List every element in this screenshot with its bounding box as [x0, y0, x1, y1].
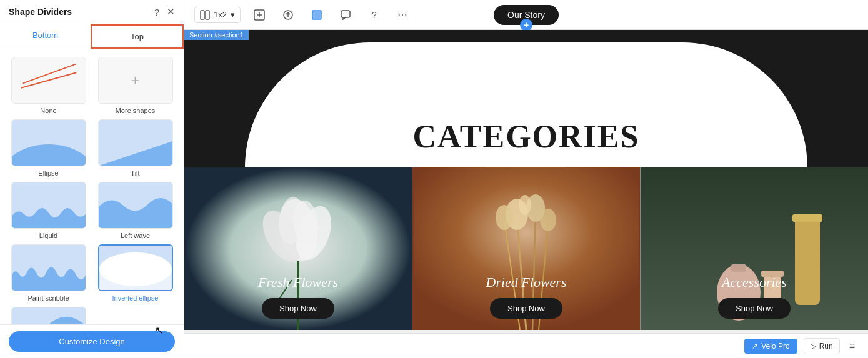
shape-invertedellipse-preview [98, 244, 173, 291]
layout-selector[interactable]: 1x2 ▾ [194, 7, 241, 23]
upload-button[interactable] [278, 5, 298, 25]
svg-point-37 [496, 205, 513, 230]
shape-ellipse-label: Ellipse [38, 169, 58, 177]
product-card-accessories: Accessories Shop Now [641, 167, 868, 330]
product-card-fresh-flowers: Fresh Flowers Shop Now [184, 167, 412, 330]
tilt-svg [99, 119, 172, 166]
panel-header-icons: ? ✕ [154, 6, 175, 17]
svg-rect-41 [795, 217, 820, 305]
shape-more-preview: + [98, 57, 173, 104]
run-button[interactable]: ▷ Run [804, 338, 840, 354]
canvas-area: 1x2 ▾ [184, 0, 868, 358]
accessories-title: Accessories [722, 274, 787, 291]
ellipse-svg [12, 119, 86, 166]
arch-area: CATEGORIES [184, 30, 868, 167]
products-row: Fresh Flowers Shop Now [184, 167, 868, 330]
add-section-button[interactable]: + [520, 19, 532, 31]
customize-design-button[interactable]: Customize Design [9, 331, 175, 352]
canvas-content: Section #section1 CATEGORIES [184, 30, 868, 333]
shape-paintscribble-preview [11, 244, 86, 291]
layout-chevron: ▾ [231, 10, 235, 19]
more-options-button[interactable]: ⋯ [393, 5, 413, 25]
svg-rect-14 [206, 11, 209, 19]
svg-rect-44 [731, 264, 746, 272]
crop-button[interactable] [307, 5, 327, 25]
shape-tilt[interactable]: Tilt [94, 119, 176, 177]
plus-icon: + [131, 72, 139, 89]
svg-rect-21 [341, 11, 350, 17]
panel-title: Shape Dividers [9, 7, 72, 17]
none-svg [12, 57, 86, 104]
settings-button[interactable]: ≡ [846, 337, 858, 355]
dried-flowers-title: Dried Flowers [486, 274, 567, 291]
close-button[interactable]: ✕ [167, 6, 175, 17]
canvas-toolbar: 1x2 ▾ [184, 0, 868, 30]
bottom-bar: ↗ Velo Pro ▷ Run ≡ [184, 333, 868, 358]
categories-heading: CATEGORIES [413, 118, 640, 155]
shape-liquid[interactable]: Liquid [7, 182, 89, 239]
shape-partial[interactable] [7, 307, 89, 324]
shape-paintscribble[interactable]: Paint scribble [7, 244, 89, 302]
accessories-shop-btn[interactable]: Shop Now [718, 298, 791, 319]
layout-icon [200, 10, 210, 20]
fresh-flowers-title: Fresh Flowers [258, 274, 338, 291]
velo-pro-button[interactable]: ↗ Velo Pro [744, 339, 797, 354]
shape-dividers-panel: Shape Dividers ? ✕ Bottom Top None [0, 0, 184, 358]
shape-none-label: None [40, 107, 56, 114]
more-icon: ⋯ [397, 9, 408, 21]
shape-tilt-label: Tilt [131, 169, 139, 177]
shape-partial-preview [11, 307, 86, 324]
shape-liquid-label: Liquid [39, 232, 57, 239]
tabs-row: Bottom Top [0, 24, 184, 49]
shape-leftwave-label: Left wave [121, 232, 150, 239]
shape-none-preview [11, 57, 86, 104]
toolbar-left: 1x2 ▾ [194, 5, 413, 25]
shape-ellipse-preview [11, 119, 86, 166]
crop-icon [311, 9, 322, 21]
add-icon [254, 9, 265, 21]
svg-point-39 [519, 195, 531, 215]
help-button[interactable]: ? [154, 7, 159, 17]
layout-label: 1x2 [214, 10, 227, 19]
shape-liquid-preview [11, 182, 86, 229]
chat-button[interactable] [336, 5, 356, 25]
our-story-button[interactable]: Our Story + [494, 5, 559, 25]
svg-point-38 [540, 209, 556, 231]
help-toolbar-button[interactable]: ? [364, 5, 384, 25]
shapes-grid: None + More shapes Ellipse [0, 49, 184, 324]
svg-rect-20 [312, 11, 321, 19]
section-label-text: Section #section1 [189, 31, 244, 39]
dried-flowers-shop-btn[interactable]: Shop Now [490, 298, 562, 319]
partial-svg [12, 307, 86, 324]
arch-shape: CATEGORIES [245, 42, 807, 167]
shape-paintscribble-label: Paint scribble [27, 294, 69, 302]
liquid-svg [12, 182, 86, 229]
tab-bottom[interactable]: Bottom [0, 24, 91, 49]
shape-invertedellipse[interactable]: Inverted ellipse [94, 244, 176, 302]
shape-ellipse[interactable]: Ellipse [7, 119, 89, 177]
panel-header: Shape Dividers ? ✕ [0, 0, 184, 24]
add-element-button[interactable] [249, 5, 269, 25]
fresh-flowers-shop-btn[interactable]: Shop Now [262, 298, 334, 319]
question-mark: ? [372, 10, 377, 20]
shape-none[interactable]: None [7, 57, 89, 114]
run-icon: ▷ [811, 342, 816, 351]
shape-invertedellipse-label: Inverted ellipse [112, 294, 159, 302]
shape-more[interactable]: + More shapes [94, 57, 176, 114]
svg-rect-13 [201, 11, 204, 19]
customize-btn-wrap: Customize Design [0, 324, 184, 358]
velo-pro-icon: ↗ [752, 342, 758, 351]
shape-more-label: More shapes [116, 107, 156, 114]
chat-icon [340, 9, 351, 21]
svg-point-11 [99, 252, 172, 286]
shape-leftwave[interactable]: Left wave [94, 182, 176, 239]
toolbar-center: Our Story + [494, 5, 559, 25]
tab-top[interactable]: Top [91, 24, 184, 49]
section-label: Section #section1 [184, 30, 249, 40]
paintscribble-svg [12, 244, 86, 291]
upload-icon [282, 9, 294, 21]
svg-rect-42 [792, 214, 822, 222]
settings-icon: ≡ [849, 341, 855, 352]
shape-leftwave-preview [98, 182, 173, 229]
leftwave-svg [99, 182, 172, 229]
